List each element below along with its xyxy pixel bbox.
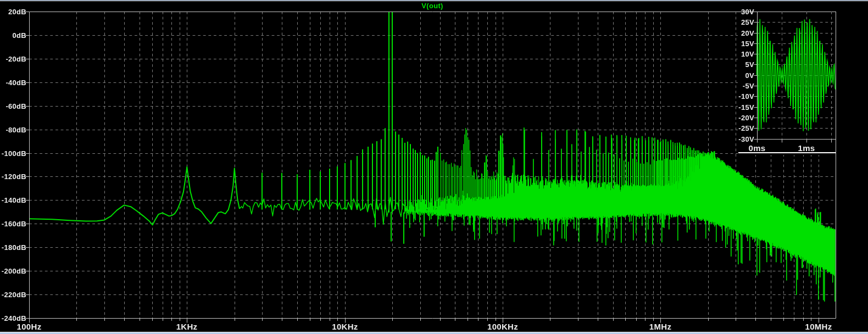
inset-y-axis-label: -15V bbox=[738, 104, 754, 111]
fft-plot-canvas[interactable] bbox=[0, 0, 868, 334]
inset-y-axis-label: 25V bbox=[741, 19, 754, 26]
trace-title[interactable]: V(out) bbox=[421, 2, 443, 9]
inset-y-axis-label: 30V bbox=[741, 8, 754, 15]
inset-y-axis-label: -10V bbox=[738, 93, 754, 100]
y-axis-label: -160dB bbox=[2, 220, 26, 227]
inset-y-axis-label: 5V bbox=[745, 61, 754, 68]
y-axis-label: -200dB bbox=[2, 268, 26, 275]
inset-x-axis-label: 0ms bbox=[749, 144, 766, 152]
y-axis-label: -180dB bbox=[2, 244, 26, 251]
y-axis-label: -240dB bbox=[2, 315, 26, 322]
y-axis-label: -100dB bbox=[2, 150, 26, 157]
y-axis-label: -40dB bbox=[5, 79, 26, 86]
y-axis-label: -20dB bbox=[5, 55, 26, 63]
x-axis-label: 10MHz bbox=[805, 322, 832, 331]
inset-y-axis-label: 20V bbox=[741, 30, 754, 37]
x-axis-label: 100KHz bbox=[487, 322, 518, 331]
plot-window: V(out) 20dB0dB-20dB-40dB-60dB-80dB-100dB… bbox=[0, 0, 868, 334]
x-axis-label: 1MHz bbox=[649, 322, 671, 331]
y-axis-label: -60dB bbox=[5, 103, 26, 110]
y-axis-label: 0dB bbox=[13, 32, 26, 39]
y-axis-label: -80dB bbox=[5, 126, 26, 133]
inset-y-axis-label: -25V bbox=[738, 125, 754, 132]
inset-y-axis-label: 15V bbox=[741, 40, 754, 47]
x-axis-label: 10KHz bbox=[332, 322, 358, 331]
inset-y-axis-label: -30V bbox=[738, 136, 754, 143]
window-bottom-edge bbox=[0, 332, 868, 334]
y-axis-label: -120dB bbox=[2, 173, 26, 180]
x-axis-label: 100Hz bbox=[17, 322, 42, 331]
inset-y-axis-label: 10V bbox=[741, 51, 754, 58]
y-axis-label: 20dB bbox=[8, 8, 26, 15]
y-axis-label: -220dB bbox=[2, 291, 26, 298]
inset-y-axis-label: -20V bbox=[738, 114, 754, 121]
inset-y-axis-label: -5V bbox=[743, 82, 754, 90]
x-axis-label: 1KHz bbox=[176, 322, 198, 331]
inset-x-axis-label: 1ms bbox=[798, 144, 815, 152]
y-axis-label: -140dB bbox=[2, 197, 26, 204]
inset-y-axis-label: 0V bbox=[745, 72, 754, 79]
